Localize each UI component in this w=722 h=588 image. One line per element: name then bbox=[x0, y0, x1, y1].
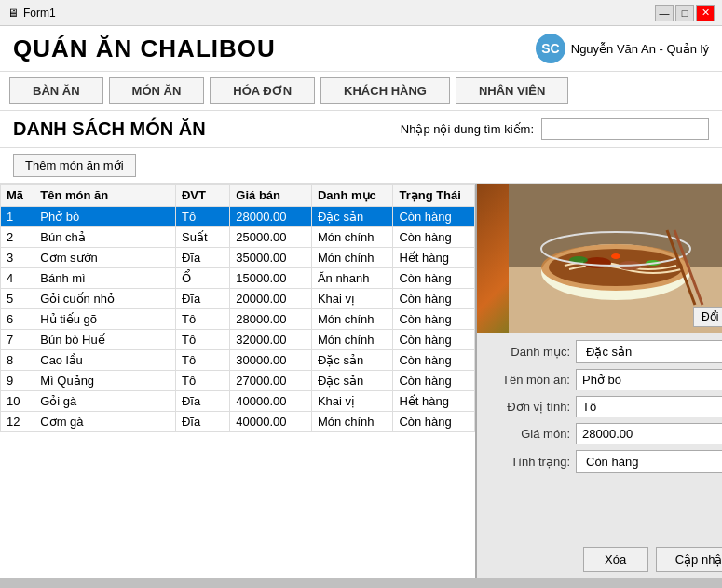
col-header-ma: Mã bbox=[1, 185, 34, 207]
cell-ma: 3 bbox=[1, 248, 34, 268]
cell-trangthai: Còn hàng bbox=[393, 268, 475, 289]
form-row-tinhtrang: Tình trạng: Còn hàng Hết hàng bbox=[486, 450, 722, 473]
cell-gia: 40000.00 bbox=[230, 391, 312, 412]
cell-danhmuc: Món chính bbox=[311, 309, 393, 330]
svg-text:SC: SC bbox=[541, 41, 559, 56]
search-input[interactable] bbox=[541, 118, 709, 140]
cell-danhmuc: Món chính bbox=[311, 227, 393, 248]
cell-dvt: Đĩa bbox=[175, 289, 229, 309]
giamon-input[interactable] bbox=[576, 423, 722, 444]
cell-gia: 15000.00 bbox=[230, 268, 312, 289]
cell-trangthai: Hết hàng bbox=[393, 391, 475, 412]
title-bar: 🖥 Form1 — □ ✕ bbox=[0, 0, 722, 26]
cell-danhmuc: Đặc sản bbox=[311, 207, 393, 227]
table-row[interactable]: 4 Bánh mì Ổ 15000.00 Ăn nhanh Còn hàng bbox=[1, 268, 475, 289]
table-row[interactable]: 10 Gỏi gà Đĩa 40000.00 Khai vị Hết hàng bbox=[1, 391, 475, 412]
cell-ma: 12 bbox=[1, 412, 34, 432]
cell-dvt: Đĩa bbox=[175, 248, 229, 268]
table-row[interactable]: 8 Cao lầu Tô 30000.00 Đặc sản Còn hàng bbox=[1, 350, 475, 371]
cell-dvt: Suất bbox=[175, 227, 229, 248]
col-header-dvt: ĐVT bbox=[175, 185, 229, 207]
cell-gia: 35000.00 bbox=[230, 248, 312, 268]
table-row[interactable]: 6 Hủ tiếu gõ Tô 28000.00 Món chính Còn h… bbox=[1, 309, 475, 330]
table-row[interactable]: 1 Phở bò Tô 28000.00 Đặc sản Còn hàng bbox=[1, 207, 475, 227]
table-row[interactable]: 2 Bún chả Suất 25000.00 Món chính Còn hà… bbox=[1, 227, 475, 248]
cell-dvt: Tô bbox=[175, 350, 229, 371]
cell-dvt: Ổ bbox=[175, 268, 229, 289]
change-image-button[interactable]: Đổi ảnh bbox=[693, 307, 722, 327]
form-row-danhmuc: Danh mục: Đặc sản Món chính Khai vị Ăn n… bbox=[486, 340, 722, 363]
cell-danhmuc: Món chính bbox=[311, 412, 393, 432]
nav-mon-an[interactable]: MÓN ĂN bbox=[109, 77, 205, 104]
nav-bar: BÀN ĂN MÓN ĂN HÓA ĐƠN KHÁCH HÀNG NHÂN VI… bbox=[0, 72, 722, 111]
capnhat-button[interactable]: Cập nhật bbox=[656, 547, 722, 572]
form-row-giamon: Giá món: bbox=[486, 423, 722, 444]
nav-khach-hang[interactable]: KHÁCH HÀNG bbox=[320, 77, 450, 104]
danhmuc-select[interactable]: Đặc sản Món chính Khai vị Ăn nhanh bbox=[576, 340, 722, 363]
cell-danhmuc: Món chính bbox=[311, 248, 393, 268]
cell-dvt: Tô bbox=[175, 330, 229, 350]
cell-ma: 10 bbox=[1, 391, 34, 412]
cell-ten: Cơm gà bbox=[34, 412, 176, 432]
cell-ten: Bún chả bbox=[34, 227, 176, 248]
tenmon-input[interactable] bbox=[576, 369, 722, 390]
right-panel: X bbox=[475, 184, 722, 578]
food-table: Mã Tên món ăn ĐVT Giá bán Danh mục Trạng… bbox=[0, 184, 475, 432]
nav-hoa-don[interactable]: HÓA ĐƠN bbox=[210, 77, 315, 104]
cell-ten: Gỏi gà bbox=[34, 391, 176, 412]
cell-ma: 5 bbox=[1, 289, 34, 309]
nav-nhan-vien[interactable]: NHÂN VIÊN bbox=[456, 77, 569, 104]
close-window-button[interactable]: ✕ bbox=[696, 5, 715, 21]
cell-ten: Gỏi cuốn nhỏ bbox=[34, 289, 176, 309]
table-row[interactable]: 5 Gỏi cuốn nhỏ Đĩa 20000.00 Khai vị Còn … bbox=[1, 289, 475, 309]
donvi-input[interactable] bbox=[576, 396, 722, 417]
page-title: DANH SÁCH MÓN ĂN bbox=[13, 118, 206, 140]
cell-ma: 1 bbox=[1, 207, 34, 227]
cell-ten: Cao lầu bbox=[34, 350, 176, 371]
cell-trangthai: Còn hàng bbox=[393, 330, 475, 350]
table-row[interactable]: 7 Bún bò Huế Tô 32000.00 Món chính Còn h… bbox=[1, 330, 475, 350]
cell-gia: 30000.00 bbox=[230, 350, 312, 371]
cell-trangthai: Còn hàng bbox=[393, 371, 475, 391]
cell-trangthai: Còn hàng bbox=[393, 207, 475, 227]
cell-gia: 32000.00 bbox=[230, 330, 312, 350]
table-row[interactable]: 3 Cơm sườn Đĩa 35000.00 Món chính Hết hà… bbox=[1, 248, 475, 268]
cell-trangthai: Còn hàng bbox=[393, 412, 475, 432]
cell-ma: 7 bbox=[1, 330, 34, 350]
maximize-button[interactable]: □ bbox=[675, 5, 694, 21]
add-food-button[interactable]: Thêm món ăn mới bbox=[13, 154, 136, 177]
cell-gia: 28000.00 bbox=[230, 207, 312, 227]
cell-dvt: Đĩa bbox=[175, 412, 229, 432]
user-info-text: Nguyễn Văn An - Quản lý bbox=[571, 42, 709, 56]
cell-dvt: Tô bbox=[175, 371, 229, 391]
cell-dvt: Đĩa bbox=[175, 391, 229, 412]
header: QUÁN ĂN CHALIBOU SC Nguyễn Văn An - Quản… bbox=[0, 26, 722, 72]
cell-trangthai: Còn hàng bbox=[393, 289, 475, 309]
cell-ma: 2 bbox=[1, 227, 34, 248]
col-header-ten: Tên món ăn bbox=[34, 185, 176, 207]
cell-ma: 9 bbox=[1, 371, 34, 391]
table-row[interactable]: 9 Mì Quảng Tô 27000.00 Đặc sản Còn hàng bbox=[1, 371, 475, 391]
cell-danhmuc: Đặc sản bbox=[311, 371, 393, 391]
app-icon: 🖥 bbox=[7, 7, 19, 20]
logo-icon: SC bbox=[536, 34, 565, 63]
nav-ban-an[interactable]: BÀN ĂN bbox=[9, 77, 103, 104]
cell-ma: 4 bbox=[1, 268, 34, 289]
cell-gia: 25000.00 bbox=[230, 227, 312, 248]
cell-danhmuc: Ăn nhanh bbox=[311, 268, 393, 289]
cell-ten: Bún bò Huế bbox=[34, 330, 176, 350]
cell-danhmuc: Khai vị bbox=[311, 289, 393, 309]
minimize-button[interactable]: — bbox=[655, 5, 674, 21]
cell-ten: Mì Quảng bbox=[34, 371, 176, 391]
logo-area: SC Nguyễn Văn An - Quản lý bbox=[536, 34, 709, 63]
table-row[interactable]: 12 Cơm gà Đĩa 40000.00 Món chính Còn hàn… bbox=[1, 412, 475, 432]
tinhtrang-select[interactable]: Còn hàng Hết hàng bbox=[576, 450, 722, 473]
food-image bbox=[477, 184, 722, 333]
xoa-button[interactable]: Xóa bbox=[583, 547, 648, 572]
svg-point-11 bbox=[611, 253, 620, 259]
col-header-gia: Giá bán bbox=[230, 185, 312, 207]
search-label: Nhập nội dung tìm kiếm: bbox=[401, 122, 534, 136]
main-content: Mã Tên món ăn ĐVT Giá bán Danh mục Trạng… bbox=[0, 184, 722, 578]
cell-ten: Bánh mì bbox=[34, 268, 176, 289]
col-header-trangthai: Trạng Thái bbox=[393, 185, 475, 207]
